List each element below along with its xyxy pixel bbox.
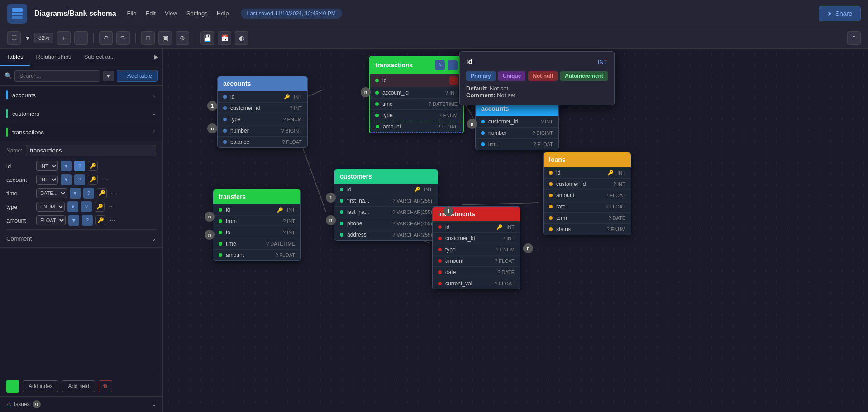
field-dropdown-time[interactable]: ▼ [70, 188, 81, 199]
tabs-arrow[interactable]: ▶ [151, 49, 162, 66]
conn-node-n4: n [205, 230, 215, 240]
redo-btn[interactable]: ↷ [116, 31, 130, 45]
share-button[interactable]: ➤ Share [819, 6, 861, 21]
card-accounts2-title: accounts [481, 105, 553, 112]
dot [481, 142, 485, 146]
tab-relationships[interactable]: Relationships [30, 49, 78, 66]
field-more-id[interactable]: ⋯ [100, 162, 110, 170]
menu-edit[interactable]: Edit [145, 10, 155, 17]
rounded-rect-tool[interactable]: ▣ [158, 31, 172, 45]
tag-autoincrement[interactable]: Autoincrement [560, 71, 608, 81]
color-swatch[interactable] [6, 380, 19, 393]
tooltip-field-type: INT [597, 58, 608, 66]
field-type-type[interactable]: ENUM [36, 202, 65, 212]
tag-notnull[interactable]: Not null [528, 71, 558, 81]
issues-label: Issues [14, 401, 30, 407]
field-more-account[interactable]: ⋯ [100, 176, 110, 183]
dot [219, 231, 222, 234]
toolbar-table-btn[interactable]: ☷ [7, 31, 21, 45]
dot [375, 91, 379, 95]
tooltip-title: id INT [466, 58, 608, 66]
diamond-tool[interactable]: ⊕ [176, 31, 189, 45]
transactions-detail: Name: id INT ▼ ? 🔑 ⋯ account_ INT [0, 141, 162, 247]
field-key-amount[interactable]: 🔑 [95, 215, 105, 225]
issues-bar[interactable]: ⚠ Issues 0 ⌄ [0, 396, 162, 412]
field-dropdown-account[interactable]: ▼ [61, 174, 72, 185]
accounts-indicator [6, 90, 8, 99]
search-dropdown[interactable]: ▼ [103, 71, 114, 81]
table-name-input[interactable] [26, 145, 156, 156]
tab-subject[interactable]: Subject ar... [78, 49, 122, 66]
menu-settings[interactable]: Settings [186, 10, 208, 17]
field-key-account[interactable]: 🔑 [88, 175, 98, 185]
transfers-field-amount: amount ? FLOAT [213, 249, 300, 260]
field-dropdown-type[interactable]: ▼ [67, 201, 78, 212]
conn-node-n5: n [467, 119, 477, 129]
field-more-amount[interactable]: ⋯ [108, 217, 117, 224]
investments-field-id: id 🔑 INT [433, 221, 520, 232]
field-dropdown-amount[interactable]: ▼ [68, 215, 79, 226]
field-nullable-time[interactable]: ? [83, 188, 94, 199]
edit-icon[interactable]: ✎ [435, 60, 445, 70]
field-key-time[interactable]: 🔑 [97, 188, 107, 198]
collapse-btn[interactable]: ⌃ [847, 31, 861, 45]
dot [549, 171, 553, 175]
field-dropdown-id[interactable]: ▼ [61, 161, 72, 171]
rect-tool[interactable]: □ [141, 31, 155, 45]
dot [223, 118, 227, 121]
table-item-customers-header[interactable]: customers ⌄ [0, 104, 162, 123]
tooltip-info: Default: Not set Comment: Not set [466, 85, 608, 99]
field-nullable-account[interactable]: ? [74, 174, 85, 185]
undo-btn[interactable]: ↶ [99, 31, 113, 45]
search-icon: 🔍 [5, 72, 12, 79]
toolbar-dropdown-btn[interactable]: ▼ [24, 31, 31, 45]
comment-section: Comment ⌄ [6, 229, 156, 244]
menu-help[interactable]: Help [217, 10, 229, 17]
field-key-type[interactable]: 🔑 [95, 202, 105, 212]
field-type-time[interactable]: DATE... [36, 188, 67, 198]
table-name-row: Name: [6, 145, 156, 156]
calendar-btn[interactable]: 📅 [218, 31, 231, 45]
app-logo [7, 4, 27, 24]
add-index-btn[interactable]: Add index [23, 380, 58, 392]
conn-node-n3: n [205, 212, 215, 222]
table-item-accounts-header[interactable]: accounts ⌄ [0, 86, 162, 104]
field-more-type[interactable]: ⋯ [107, 203, 116, 210]
search-input[interactable] [14, 70, 100, 82]
menu-bar: File Edit View Settings Help [127, 10, 229, 17]
comment-header[interactable]: Comment ⌄ [6, 233, 156, 244]
tag-unique[interactable]: Unique [498, 71, 526, 81]
add-field-btn[interactable]: Add field [62, 380, 95, 392]
name-label: Name: [6, 147, 22, 154]
transfers-field-to: to ? INT [213, 227, 300, 238]
dot [438, 270, 442, 274]
menu-view[interactable]: View [165, 10, 177, 17]
field-nullable-type[interactable]: ? [81, 201, 92, 212]
tab-tables[interactable]: Tables [0, 49, 30, 66]
field-type-account[interactable]: INT [36, 175, 58, 185]
delete-table-btn[interactable]: 🗑 [99, 380, 112, 392]
conn-node-1-cust: 1 [326, 193, 336, 203]
tag-primary[interactable]: Primary [466, 71, 496, 81]
more-icon[interactable]: ⋯ [448, 60, 458, 70]
card-customers: customers id 🔑 INT first_na... ? VARCHAR… [334, 169, 438, 241]
accounts-name: accounts [12, 92, 152, 99]
field-type-id[interactable]: INT [36, 161, 58, 171]
sep3 [195, 33, 195, 43]
comment-label: Comment [6, 235, 32, 242]
canvas[interactable]: accounts id 🔑 INT customer_id ? INT type… [163, 49, 868, 412]
zoom-out-btn[interactable]: − [74, 31, 88, 45]
contrast-btn[interactable]: ◐ [235, 31, 248, 45]
zoom-in-btn[interactable]: + [57, 31, 71, 45]
save-btn[interactable]: 💾 [200, 31, 214, 45]
field-nullable-id[interactable]: ? [74, 161, 85, 171]
table-item-transactions-header[interactable]: transactions ⌃ [0, 123, 162, 141]
field-nullable-amount[interactable]: ? [82, 215, 93, 226]
remove-icon[interactable]: − [449, 76, 458, 85]
field-key-id[interactable]: 🔑 [88, 161, 98, 171]
field-type-amount[interactable]: FLOAT [36, 215, 66, 225]
menu-file[interactable]: File [127, 10, 137, 17]
add-table-button[interactable]: + Add table [117, 70, 158, 82]
field-more-time[interactable]: ⋯ [110, 189, 119, 197]
zoom-control[interactable]: 82% [34, 33, 53, 43]
